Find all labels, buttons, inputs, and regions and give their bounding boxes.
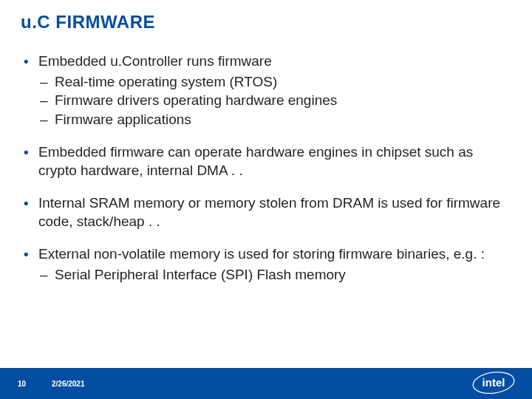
sub-list: Real-time operating system (RTOS) Firmwa…: [38, 72, 511, 129]
footer-date: 2/26/2021: [52, 380, 85, 388]
sub-item: Firmware drivers operating hardware engi…: [38, 91, 511, 110]
slide-title: u.C FIRMWARE: [21, 12, 155, 33]
bullet-text: Embedded firmware can operate hardware e…: [38, 144, 473, 179]
footer-bar: 10 2/26/2021 intel: [0, 368, 532, 399]
sub-item: Firmware applications: [38, 110, 511, 129]
bullet-list: Embedded u.Controller runs firmware Real…: [21, 52, 511, 284]
sub-item: Serial Peripheral Interface (SPI) Flash …: [38, 265, 511, 284]
slide-content: Embedded u.Controller runs firmware Real…: [21, 52, 511, 297]
svg-text:intel: intel: [482, 376, 505, 389]
sub-list: Serial Peripheral Interface (SPI) Flash …: [38, 265, 511, 284]
bullet-item: Embedded firmware can operate hardware e…: [21, 143, 511, 180]
intel-logo-icon: intel: [471, 369, 516, 396]
bullet-text: Embedded u.Controller runs firmware: [38, 53, 272, 69]
sub-item: Real-time operating system (RTOS): [38, 72, 511, 92]
bullet-text: Internal SRAM memory or memory stolen fr…: [38, 195, 500, 230]
bullet-text: External non-volatile memory is used for…: [38, 246, 485, 262]
bullet-item: External non-volatile memory is used for…: [21, 245, 511, 284]
bullet-item: Internal SRAM memory or memory stolen fr…: [21, 194, 511, 231]
bullet-item: Embedded u.Controller runs firmware Real…: [21, 52, 511, 129]
page-number: 10: [18, 380, 38, 388]
